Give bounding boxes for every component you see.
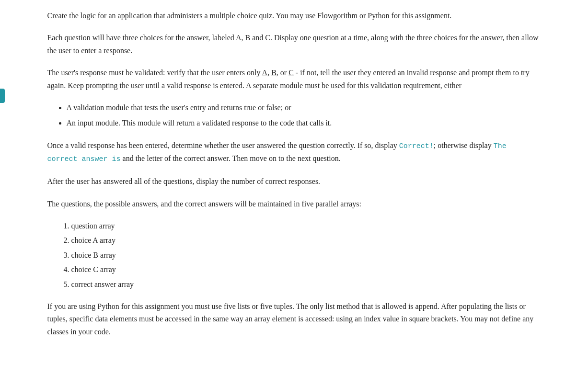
paragraph-4-part1: Once a valid response has been entered, … [47, 141, 399, 149]
paragraph-4-part2: ; otherwise display [434, 141, 494, 149]
list-item-5-text: correct answer array [71, 280, 134, 288]
paragraph-1: Create the logic for an application that… [47, 10, 541, 22]
ordered-list: question array choice A array choice B a… [71, 220, 541, 291]
list-item-4: choice C array [71, 263, 541, 276]
paragraph-4-part3: and the letter of the correct answer. Th… [121, 154, 341, 162]
comma2: , or [277, 68, 288, 77]
list-item-3-text: choice B array [71, 251, 116, 259]
content-area: Create the logic for an application that… [19, 0, 570, 367]
letter-a: A [262, 68, 268, 77]
bullet-item-1: A validation module that tests the user'… [67, 102, 541, 114]
paragraph-3: The user's response must be validated: v… [47, 67, 541, 92]
paragraph-5: After the user has answered all of the q… [47, 175, 541, 188]
paragraph-1-text: Create the logic for an application that… [47, 11, 452, 20]
page-container: Create the logic for an application that… [0, 0, 588, 367]
comma1: , [267, 68, 271, 77]
correct-label: Correct! [399, 142, 434, 150]
bullet-item-1-text: A validation module that tests the user'… [67, 103, 291, 112]
paragraph-6: The questions, the possible answers, and… [47, 198, 541, 210]
paragraph-4: Once a valid response has been entered, … [47, 139, 541, 166]
bullet-item-2-text: An input module. This module will return… [67, 119, 332, 127]
paragraph-5-text: After the user has answered all of the q… [47, 177, 321, 185]
side-indicator [0, 89, 5, 103]
letter-c: C [288, 68, 294, 77]
list-item-5: correct answer array [71, 278, 541, 291]
list-item-3: choice B array [71, 249, 541, 262]
paragraph-7: If you are using Python for this assignm… [47, 300, 541, 338]
paragraph-3-part1: The user's response must be validated: v… [47, 68, 262, 77]
paragraph-7-text: If you are using Python for this assignm… [47, 302, 534, 336]
list-item-4-text: choice C array [71, 265, 116, 273]
paragraph-2: Each question will have three choices fo… [47, 32, 541, 57]
list-item-2-text: choice A array [71, 236, 115, 244]
bullet-list: A validation module that tests the user'… [67, 102, 541, 130]
list-item-1-text: question array [71, 222, 115, 230]
list-item-1: question array [71, 220, 541, 232]
paragraph-2-text: Each question will have three choices fo… [47, 34, 539, 54]
paragraph-6-text: The questions, the possible answers, and… [47, 200, 361, 208]
letter-b: B [271, 68, 277, 77]
bullet-item-2: An input module. This module will return… [67, 117, 541, 129]
list-item-2: choice A array [71, 234, 541, 247]
